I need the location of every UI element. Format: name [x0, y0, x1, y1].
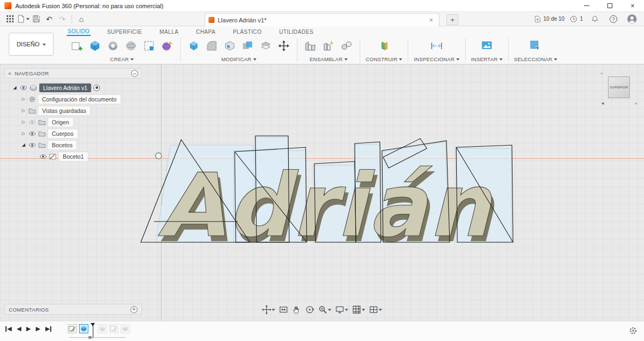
expand-closed-icon[interactable]: ▷	[21, 131, 26, 136]
as-built-joint-button[interactable]	[339, 38, 354, 53]
tree-item-boceto1[interactable]: Boceto1	[4, 151, 142, 162]
pattern-button[interactable]	[141, 38, 157, 53]
save-status-button[interactable]: 10 de 10	[534, 15, 565, 23]
minimize-button[interactable]	[575, 0, 598, 11]
press-pull-button[interactable]	[186, 38, 201, 53]
viewcube-face[interactable]: SUPERIOR	[608, 76, 630, 98]
step-back-button[interactable]: ◀	[16, 325, 21, 332]
notifications-button[interactable]	[588, 13, 601, 25]
insertar-menu-button[interactable]: INSERTAR	[471, 56, 503, 62]
expand-closed-icon[interactable]: ▷	[21, 97, 26, 101]
navigator-header[interactable]: « NAVEGADOR –	[4, 68, 142, 79]
tree-item-root[interactable]: ◢ Llavero Adrián v1	[4, 82, 142, 93]
extrude-button[interactable]	[87, 38, 103, 53]
create-sketch-button[interactable]	[69, 38, 85, 53]
sweep-button[interactable]	[123, 38, 139, 53]
pan-orbit-button[interactable]	[262, 305, 275, 314]
split-body-button[interactable]	[258, 38, 273, 53]
expand-closed-icon[interactable]: ▷	[21, 119, 26, 124]
viewports-button[interactable]	[369, 305, 382, 314]
activate-component-radio[interactable]	[93, 85, 100, 91]
tab-chapa[interactable]: CHAPA	[195, 28, 217, 35]
maximize-button[interactable]	[598, 0, 621, 11]
viewcube[interactable]: × SUPERIOR ◄ ×	[599, 71, 639, 109]
revolve-button[interactable]	[105, 38, 121, 53]
shell-button[interactable]	[222, 38, 237, 53]
modificar-menu-button[interactable]: MODIFICAR	[221, 56, 256, 62]
zoom-button[interactable]	[318, 305, 331, 314]
tree-item-bocetos[interactable]: ◢ Bocetos	[4, 139, 142, 151]
tree-item-label[interactable]: Llavero Adrián v1	[39, 83, 91, 92]
data-panel-button[interactable]	[3, 13, 16, 25]
joint-button[interactable]	[321, 38, 336, 53]
measure-button[interactable]	[429, 38, 444, 53]
timeline-sketch-feature[interactable]	[68, 324, 77, 333]
scrubber-handle[interactable]	[88, 336, 92, 339]
skip-to-end-button[interactable]: ▶	[45, 325, 51, 332]
tab-superficie[interactable]: SUPERFICIE	[106, 28, 143, 35]
timeline-feature[interactable]	[109, 324, 118, 333]
job-status-button[interactable]: 1	[570, 15, 583, 23]
panel-minus-icon[interactable]: –	[131, 70, 138, 77]
undo-button[interactable]: ↶	[43, 13, 56, 25]
tab-utilidades[interactable]: UTILIDADES	[278, 28, 314, 35]
tab-malla[interactable]: MALLA	[158, 28, 180, 35]
select-button[interactable]	[528, 38, 543, 53]
timeline-feature[interactable]	[121, 324, 130, 333]
timeline-scrubber[interactable]	[69, 337, 126, 338]
viewcube-rotate-arrow-icon[interactable]: ◄	[600, 101, 605, 106]
construct-plane-button[interactable]	[377, 38, 392, 53]
tab-plastico[interactable]: PLÁSTICO	[232, 28, 263, 35]
tab-solido[interactable]: SOLIDO	[67, 28, 91, 36]
fit-view-button[interactable]	[279, 305, 288, 314]
skip-to-start-button[interactable]: ◀	[5, 325, 11, 332]
tree-item-doc-settings[interactable]: ▷ Configuración del documento	[4, 93, 142, 105]
close-button[interactable]: ×	[621, 0, 644, 11]
profile-button[interactable]	[625, 13, 639, 25]
tree-item-label[interactable]: Origen	[48, 118, 73, 127]
visibility-eye-off-icon[interactable]	[28, 119, 36, 125]
step-forward-button[interactable]: ▶	[35, 325, 40, 332]
add-comment-icon[interactable]: +	[130, 306, 138, 313]
tree-item-saved-views[interactable]: ▷ Vistas guardadas	[4, 105, 142, 116]
move-copy-button[interactable]	[276, 38, 291, 53]
grid-snap-button[interactable]	[352, 305, 365, 314]
tree-item-label[interactable]: Bocetos	[48, 141, 76, 149]
pan-hand-button[interactable]	[292, 305, 301, 314]
tree-item-origen[interactable]: ▷ Origen	[4, 116, 142, 128]
visibility-eye-icon[interactable]	[39, 154, 47, 159]
insert-canvas-button[interactable]	[479, 38, 494, 53]
home-view-button[interactable]: ⌂	[75, 13, 88, 25]
timeline-feature[interactable]	[98, 324, 107, 333]
expand-open-icon[interactable]: ◢	[21, 142, 26, 147]
comments-bar[interactable]: COMENTARIOS +	[4, 304, 142, 315]
tree-item-label[interactable]: Cuerpos	[48, 129, 77, 138]
display-settings-button[interactable]	[335, 305, 348, 314]
document-tab[interactable]: Llavero Adrián v1* ×	[205, 13, 439, 26]
file-menu-button[interactable]	[16, 13, 29, 25]
viewport-canvas[interactable]: Adrián Adrián × SU	[0, 64, 644, 321]
redo-button[interactable]: ↷	[56, 13, 69, 25]
play-button[interactable]: ▶	[26, 325, 31, 332]
expand-closed-icon[interactable]: ▷	[21, 108, 26, 113]
tree-item-label[interactable]: Vistas guardadas	[38, 106, 90, 115]
model-container[interactable]: Adrián Adrián	[136, 135, 518, 259]
timeline-extrude-feature-active[interactable]	[79, 324, 88, 333]
construir-menu-button[interactable]: CONSTRUIR	[366, 56, 402, 62]
save-button[interactable]	[29, 13, 43, 25]
collapse-panel-icon[interactable]: «	[8, 70, 11, 76]
visibility-eye-icon[interactable]	[20, 85, 27, 91]
visibility-eye-icon[interactable]	[28, 142, 36, 148]
visibility-eye-icon[interactable]	[28, 131, 36, 136]
tree-item-label[interactable]: Boceto1	[59, 152, 88, 161]
fillet-button[interactable]	[204, 38, 219, 53]
combine-button[interactable]	[240, 38, 255, 53]
inspeccionar-menu-button[interactable]: INSPECCIONAR	[414, 56, 460, 62]
new-component-button[interactable]	[303, 38, 318, 53]
workspace-switcher[interactable]: DISEÑO	[9, 33, 53, 56]
new-document-tab-button[interactable]: +	[446, 14, 458, 25]
expand-open-icon[interactable]: ◢	[12, 85, 17, 90]
crear-menu-button[interactable]: CREAR	[110, 56, 134, 62]
orbit-button[interactable]	[305, 305, 314, 314]
tree-item-label[interactable]: Configuración del documento	[38, 95, 121, 104]
